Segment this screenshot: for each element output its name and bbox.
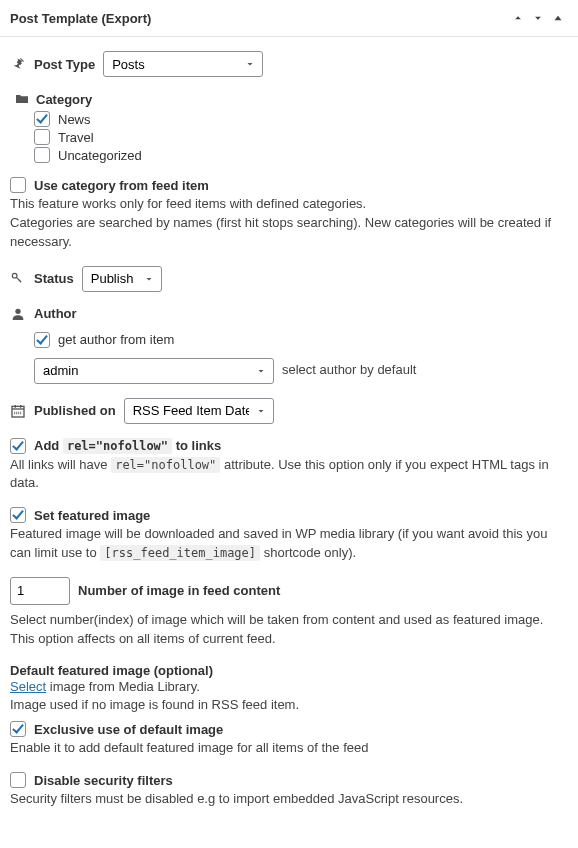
pin-icon bbox=[10, 56, 26, 72]
published-on-label: Published on bbox=[34, 403, 116, 418]
author-get-from-item-label: get author from item bbox=[58, 332, 174, 347]
post-type-row: Post Type Posts bbox=[10, 51, 568, 77]
calendar-icon bbox=[10, 403, 26, 419]
author-default-hint: select author by default bbox=[282, 361, 416, 380]
exclusive-default-checkbox[interactable] bbox=[10, 721, 26, 737]
image-number-label: Number of image in feed content bbox=[78, 583, 280, 598]
svg-point-1 bbox=[15, 308, 20, 313]
featured-image-section: Set featured image Featured image will b… bbox=[10, 507, 568, 563]
post-type-select[interactable]: Posts bbox=[103, 51, 263, 77]
category-label: Category bbox=[36, 92, 92, 107]
status-select[interactable]: Publish bbox=[82, 266, 162, 292]
default-image-desc: Image used if no image is found in RSS f… bbox=[10, 696, 568, 715]
nofollow-checkbox[interactable] bbox=[10, 438, 26, 454]
exclusive-default-label: Exclusive use of default image bbox=[34, 722, 223, 737]
key-icon bbox=[10, 271, 26, 287]
use-category-desc2: Categories are searched by names (first … bbox=[10, 214, 568, 252]
default-image-section: Default featured image (optional) Select… bbox=[10, 663, 568, 759]
security-label: Disable security filters bbox=[34, 773, 173, 788]
published-on-row: Published on RSS Feed Item Date bbox=[10, 398, 568, 424]
published-on-select[interactable]: RSS Feed Item Date bbox=[124, 398, 274, 424]
image-number-desc: Select number(index) of image which will… bbox=[10, 611, 568, 649]
move-up-icon[interactable] bbox=[508, 8, 528, 28]
category-item: Uncategorized bbox=[34, 147, 568, 163]
exclusive-default-desc: Enable it to add default featured image … bbox=[10, 739, 568, 758]
status-label: Status bbox=[34, 271, 74, 286]
toggle-collapse-icon[interactable] bbox=[548, 8, 568, 28]
panel-header: Post Template (Export) bbox=[0, 0, 578, 37]
panel-body: Post Type Posts Category News Travel Unc… bbox=[0, 37, 578, 843]
category-item-label: Uncategorized bbox=[58, 148, 142, 163]
use-category-label: Use category from feed item bbox=[34, 178, 209, 193]
nofollow-label: Add rel="nofollow" to links bbox=[34, 438, 221, 453]
nofollow-desc: All links will have rel="nofollow" attri… bbox=[10, 456, 568, 494]
security-section: Disable security filters Security filter… bbox=[10, 772, 568, 809]
svg-point-0 bbox=[12, 273, 17, 278]
category-item-label: Travel bbox=[58, 130, 94, 145]
use-category-checkbox[interactable] bbox=[10, 177, 26, 193]
author-select[interactable]: admin bbox=[34, 358, 274, 384]
category-item: Travel bbox=[34, 129, 568, 145]
featured-image-desc: Featured image will be downloaded and sa… bbox=[10, 525, 568, 563]
image-number-section: Number of image in feed content Select n… bbox=[10, 577, 568, 649]
use-category-section: Use category from feed item This feature… bbox=[10, 177, 568, 252]
status-row: Status Publish bbox=[10, 266, 568, 292]
author-get-from-item-checkbox[interactable] bbox=[34, 332, 50, 348]
category-checkbox-travel[interactable] bbox=[34, 129, 50, 145]
author-label: Author bbox=[34, 306, 77, 321]
panel-title: Post Template (Export) bbox=[10, 11, 508, 26]
use-category-desc1: This feature works only for feed items w… bbox=[10, 195, 568, 214]
category-checkbox-news[interactable] bbox=[34, 111, 50, 127]
post-type-label: Post Type bbox=[34, 57, 95, 72]
category-section: Category News Travel Uncategorized bbox=[10, 91, 568, 163]
default-image-select-link[interactable]: Select bbox=[10, 679, 46, 694]
category-checkbox-uncategorized[interactable] bbox=[34, 147, 50, 163]
author-section: Author get author from item admin select… bbox=[10, 306, 568, 384]
image-number-input[interactable] bbox=[10, 577, 70, 605]
category-item: News bbox=[34, 111, 568, 127]
svg-rect-2 bbox=[12, 406, 24, 417]
security-desc: Security filters must be disabled e.g to… bbox=[10, 790, 568, 809]
move-down-icon[interactable] bbox=[528, 8, 548, 28]
folder-icon bbox=[14, 91, 30, 107]
user-icon bbox=[10, 306, 26, 322]
featured-image-label: Set featured image bbox=[34, 508, 150, 523]
nofollow-section: Add rel="nofollow" to links All links wi… bbox=[10, 438, 568, 494]
default-image-title: Default featured image (optional) bbox=[10, 663, 568, 678]
featured-image-checkbox[interactable] bbox=[10, 507, 26, 523]
category-item-label: News bbox=[58, 112, 91, 127]
security-checkbox[interactable] bbox=[10, 772, 26, 788]
default-image-select-rest: image from Media Library. bbox=[50, 679, 200, 694]
